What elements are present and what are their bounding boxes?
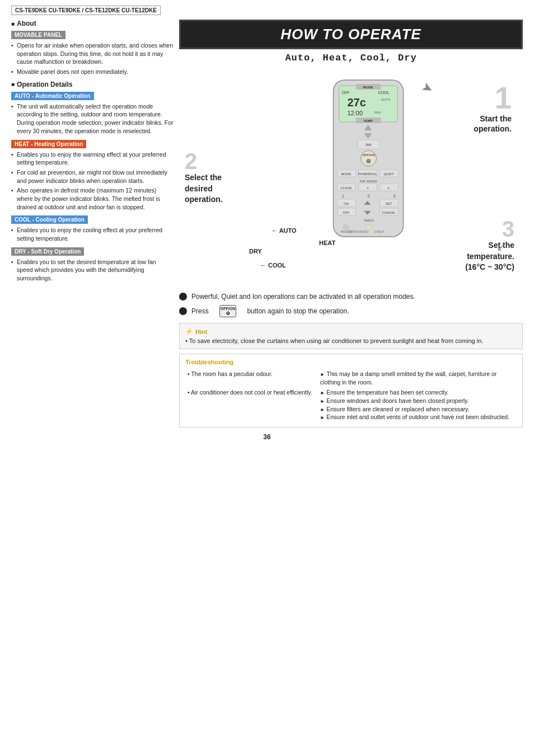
right-column: HOW TO OPERATE Auto, Heat, Cool, Dry 1 S… — [179, 20, 523, 428]
remote-control: MODE OFF COOL AUTO 27c 12:00 FAN TEMP — [325, 77, 412, 241]
bullet-dot-2 — [179, 307, 187, 315]
mode-heat-label: HEAT — [319, 240, 335, 246]
heat-label: HEAT - Heating Operation — [11, 140, 86, 148]
svg-text:FAN: FAN — [374, 111, 381, 114]
left-column: About MOVABLE PANEL Opens for air intake… — [11, 20, 174, 428]
step-3: 3 Set thetemperature.(16°C ~ 30°C) — [465, 218, 514, 273]
step-3-num: 3 — [465, 218, 514, 240]
svg-text:2: 2 — [394, 194, 396, 199]
svg-text:2: 2 — [367, 194, 370, 199]
info-text-1: Powerful, Quiet and Ion operations can b… — [191, 293, 415, 300]
off-on-button-inline: OFF/ON⏻ — [219, 305, 236, 317]
dry-bullets: Enables you to set the desired temperatu… — [11, 258, 174, 283]
about-section: About MOVABLE PANEL Opens for air intake… — [11, 20, 174, 76]
step-3-text: Set thetemperature.(16°C ~ 30°C) — [465, 240, 514, 273]
hint-title: Hint — [185, 328, 517, 335]
operation-details-section: Operation Details AUTO - Automatic Opera… — [11, 81, 174, 283]
list-item: Opens for air intake when operation star… — [11, 41, 174, 66]
bullet-dot-1 — [179, 293, 187, 300]
hint-box: Hint • To save electricity, close the cu… — [179, 323, 523, 349]
list-item: For cold air prevention, air might not b… — [11, 168, 174, 185]
svg-text:OFF: OFF — [342, 91, 350, 95]
list-item: Enables you to set the desired temperatu… — [11, 258, 174, 283]
table-row: • Air conditioner does not cool or heat … — [185, 387, 517, 422]
svg-text:SET: SET — [386, 202, 392, 205]
step-2: 2 Select thedesiredoperation. — [185, 150, 223, 205]
page: CS-TE9DKE CU-TE9DKE / CS-TE12DKE CU-TE12… — [0, 0, 534, 756]
list-item: Movable panel does not open immediately. — [11, 68, 174, 76]
list-item: Enables you to enjoy the warming effect … — [11, 151, 174, 167]
step-2-text: Select thedesiredoperation. — [185, 172, 223, 205]
symptom-1: • The room has a peculiar odour. — [185, 369, 318, 387]
svg-text:MODE: MODE — [341, 172, 352, 176]
svg-text:Ion: Ion — [366, 143, 372, 147]
info-press-label: Press — [191, 307, 209, 315]
svg-text:ON: ON — [344, 202, 349, 205]
subtitle: Auto, Heat, Cool, Dry — [179, 53, 523, 63]
svg-text:1: 1 — [342, 194, 345, 199]
symptom-2: • Air conditioner does not cool or heat … — [185, 387, 318, 422]
svg-text:27c: 27c — [348, 96, 366, 109]
table-row: • The room has a peculiar odour. This ma… — [185, 369, 517, 387]
mode-cool-label: ← COOL — [260, 262, 286, 269]
how-to-title: HOW TO OPERATE — [179, 20, 523, 49]
svg-text:MODE: MODE — [363, 86, 373, 89]
solution-2: Ensure the temperature has been set corr… — [318, 387, 517, 422]
svg-text:AIR SWING: AIR SWING — [359, 180, 377, 183]
auto-label: AUTO - Automatic Operation — [11, 92, 94, 100]
svg-point-47 — [366, 224, 372, 230]
cool-bullets: Enables you to enjoy the cooling effect … — [11, 226, 174, 242]
info-press-suffix: button again to stop the operation. — [247, 307, 349, 315]
svg-text:QUIET: QUIET — [383, 172, 394, 176]
cool-label: COOL - Cooling Operation — [11, 215, 88, 224]
trouble-table: • The room has a peculiar odour. This ma… — [185, 369, 517, 422]
step-1: 1 Start theoperation. — [474, 83, 512, 134]
dry-label: DRY - Soft Dry Operation — [11, 247, 84, 256]
svg-text:COOL: COOL — [378, 91, 390, 95]
info-line-1: Powerful, Quiet and Ion operations can b… — [179, 293, 523, 300]
svg-text:OFF: OFF — [343, 211, 350, 214]
svg-text:TIMER: TIMER — [363, 219, 374, 222]
step-1-num: 1 — [474, 83, 512, 114]
svg-point-18 — [367, 159, 371, 163]
operation-details-title: Operation Details — [11, 81, 174, 88]
operation-diagram: 1 Start theoperation. ➤ MODE — [179, 72, 523, 284]
svg-text:CANCEL: CANCEL — [382, 211, 396, 214]
step-1-text: Start theoperation. — [474, 114, 512, 134]
hint-text: • To save electricity, close the curtain… — [185, 337, 517, 344]
step-2-num: 2 — [185, 150, 223, 172]
list-item: The unit will automatically select the o… — [11, 102, 174, 135]
auto-bullets: The unit will automatically select the o… — [11, 102, 174, 135]
solution-2-2: Ensure windows and doors have been close… — [320, 397, 514, 405]
svg-text:AUTO: AUTO — [381, 98, 391, 101]
trouble-title: Troubleshooting — [185, 359, 517, 365]
solution-2-4: Ensure inlet and outlet vents of outdoor… — [320, 413, 514, 421]
heat-bullets: Enables you to enjoy the warming effect … — [11, 151, 174, 212]
list-item: Enables you to enjoy the cooling effect … — [11, 226, 174, 242]
arrow-1: ➤ — [419, 78, 436, 97]
info-line-2: Press OFF/ON⏻ button again to stop the o… — [179, 305, 523, 317]
movable-panel-bullets: Opens for air intake when operation star… — [11, 41, 174, 76]
arrow-3: ↙ — [496, 240, 506, 253]
troubleshooting-box: Troubleshooting • The room has a peculia… — [179, 354, 523, 428]
svg-text:TEMP: TEMP — [363, 119, 373, 123]
mode-auto-label: ← AUTO — [271, 227, 297, 234]
info-bullets: Powerful, Quiet and Ion operations can b… — [179, 293, 523, 317]
movable-panel-label: MOVABLE PANEL — [11, 31, 65, 39]
mode-dry-label: DRY — [249, 248, 262, 255]
svg-text:CHECK: CHECK — [374, 230, 385, 233]
solution-arrow: This may be a damp smell emitted by the … — [320, 370, 514, 386]
svg-text:12:00: 12:00 — [348, 110, 363, 116]
solution-2-1: Ensure the temperature has been set corr… — [320, 388, 514, 397]
list-item: Also operates in defrost mode (maximum 1… — [11, 186, 174, 211]
svg-text:OFF/ON: OFF/ON — [362, 153, 375, 157]
svg-text:ERROR RESET: ERROR RESET — [348, 230, 368, 233]
svg-point-46 — [344, 224, 349, 230]
svg-text:CLOCK: CLOCK — [340, 186, 352, 190]
remote-svg: MODE OFF COOL AUTO 27c 12:00 FAN TEMP — [325, 77, 412, 240]
model-header: CS-TE9DKE CU-TE9DKE / CS-TE12DKE CU-TE12… — [11, 6, 161, 15]
about-title: About — [11, 20, 174, 27]
solution-2-3: Ensure filters are cleaned or replaced w… — [320, 405, 514, 414]
solution-1: This may be a damp smell emitted by the … — [318, 369, 517, 387]
svg-text:►: ► — [387, 186, 391, 190]
